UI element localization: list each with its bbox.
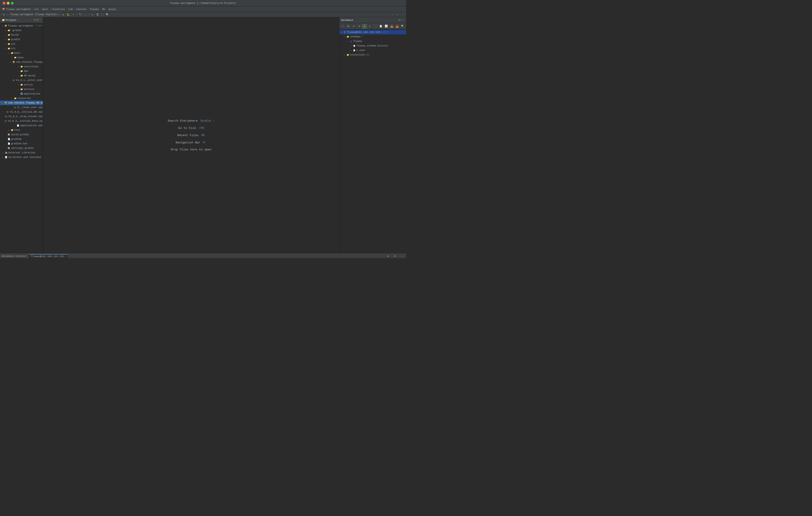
breadcrumb-label: db [102,8,105,11]
list-item[interactable]: 📁 gradle [0,37,43,42]
tree-root[interactable]: 📦 flyway-springboot ~/IdeaProjects/G-Pro… [0,24,43,28]
breadcrumb-mysql[interactable]: mysql [109,8,116,11]
list-item[interactable]: 🗃 R__clean_user.sql [0,105,43,110]
refresh-button[interactable]: ↺ [351,24,356,29]
terminal-button[interactable]: ⬛ [100,13,105,17]
sync-button[interactable]: ↺ [90,13,94,17]
db-tool[interactable]: 🗄 [95,13,99,17]
expand-icon[interactable]: ↗ [401,18,402,22]
close-button[interactable] [3,2,5,4]
vcs-button[interactable]: ⇧ [395,13,399,17]
folder-icon: 📚 [4,151,8,154]
stop-button[interactable]: ⬛ [83,13,87,17]
minimize-button[interactable] [7,2,9,4]
list-item[interactable]: 🗃 V1_0_1__alter_user [0,78,43,83]
console-settings[interactable]: ⚙ [386,254,390,258]
debug-button[interactable]: 🐛 [66,13,70,17]
filter-button[interactable]: 🔍 [400,24,405,29]
breadcrumb-item[interactable]: 📦 flyway-springboot [2,8,31,11]
maximize-button[interactable] [11,2,13,4]
close-icon[interactable]: ✕ [64,255,66,258]
db-collations-node[interactable]: 📁 collations 222 [339,53,406,57]
settings-icon[interactable]: ⚙ [398,18,400,22]
breadcrumb-flyway[interactable]: flyway [90,8,99,11]
console-connection-tab[interactable]: flyway@192.168.119.123 ✕ [29,254,68,258]
tree-selected-package[interactable]: 📦 com.chenlei.flyway.db.mysql [0,100,43,105]
db-table-schema-history[interactable]: 📋 flyway_schema_history [339,43,406,48]
tree-service[interactable]: 📁 service [0,87,43,92]
collapse-icon[interactable]: – [403,18,404,22]
list-item[interactable]: 📁 dao [0,69,43,73]
stop-button[interactable]: ⬛ [373,24,378,29]
build-button[interactable]: 🔨 [78,13,83,17]
import-button[interactable]: 📥 [395,24,400,29]
list-item[interactable]: 📄 application.yml [0,123,43,128]
sql-icon: 🗃 [4,115,8,118]
db-schemas-node[interactable]: 📁 schemas 1 [339,34,406,39]
list-item[interactable]: 📁 .gradle [0,28,43,33]
breadcrumb-resources[interactable]: resources [52,8,65,11]
collapse-icon[interactable]: – [39,18,41,22]
main-toolbar: ⚙ flyway-springboot [flyway Migrate] ▾ ▶… [0,12,406,17]
package-icon: 📁 [20,69,23,73]
breadcrumb-db[interactable]: db [102,8,105,11]
add-datasource-button[interactable]: + [340,24,345,29]
database-tree[interactable]: 🗄 flyway@192.168.119.123 1 of 6 📁 schema… [339,29,406,253]
list-item[interactable]: 📚 External Libraries [0,150,43,155]
project-tree[interactable]: 📦 flyway-springboot ~/IdeaProjects/G-Pro… [0,23,43,253]
list-item[interactable]: 🗃 V1_0_2__drop_column.sql [0,114,43,119]
db-connection-node[interactable]: 🗄 flyway@192.168.119.123 1 of 6 [339,30,406,34]
tree-application[interactable]: 🅰 Application [0,92,43,96]
breadcrumb-chenlei[interactable]: chenlei [76,8,87,11]
tree-scratches[interactable]: 📝 Scratches and Consoles [0,155,43,159]
list-item[interactable]: 📄 gradlew [0,137,43,141]
list-item[interactable]: 📁 test [0,128,43,132]
list-item[interactable]: 📁 controller [0,64,43,69]
breadcrumb-com[interactable]: com [68,8,73,11]
coverage-button[interactable]: ⚡ [71,13,76,17]
list-item[interactable]: 📁 java [0,55,43,60]
list-item[interactable]: 📁 entity [0,83,43,87]
list-item[interactable]: 📦 com.chenlei.flyway [0,60,43,64]
vcs-options[interactable]: ⋮ [400,13,404,17]
recent-files-key: ⌘E [201,133,205,137]
breadcrumb-src[interactable]: src [34,8,39,11]
git-update[interactable]: ↓ [390,13,394,17]
diagram-button[interactable]: 📊 [384,24,389,29]
list-item[interactable]: 📁 src [0,46,43,51]
list-item[interactable]: 🗃 V1_0_3__initial_data.sql [0,119,43,123]
console-button[interactable]: ▶ [362,24,367,29]
arrow-icon [1,151,4,154]
console-config[interactable]: ⚙ [393,254,397,258]
breadcrumb-main[interactable]: main [42,8,48,11]
chevron-down-icon: ▾ [58,13,59,16]
folder-icon: 📁 [10,128,13,131]
list-item[interactable]: 📁 db.mysql [0,73,43,78]
run-button[interactable]: ▷ [368,24,373,29]
list-item[interactable]: 🗃 V1_0_0__initial_db.sql [0,110,43,114]
toolbar-settings[interactable]: ⚙ [2,13,6,17]
arrow-icon [1,101,4,104]
settings-icon[interactable]: ⚙ [37,18,38,22]
properties-button[interactable]: ⚙ [357,24,361,29]
list-item[interactable]: 📁 resources [0,96,43,100]
list-item[interactable]: 📁 build [0,33,43,37]
schema-button[interactable]: 📋 [378,24,383,29]
arrow-icon [349,49,352,52]
list-item[interactable]: 🐘 build.gradle [0,132,43,137]
run-button[interactable]: ▶ [61,13,65,17]
db-table-user[interactable]: 📋 t_user [339,48,406,53]
list-item[interactable]: 📁 out [0,42,43,46]
list-item[interactable]: 📁 main [0,51,43,55]
export-button[interactable]: 📤 [389,24,394,29]
table-icon: 📋 [352,49,356,52]
list-item[interactable]: 📄 gradlew.bat [0,141,43,146]
db-flyway-schema[interactable]: 🗂 flyway [339,39,406,43]
console-collapse[interactable]: – [399,254,404,258]
run-config[interactable]: flyway-springboot [flyway Migrate] ▾ [9,13,60,17]
folder-icon: 📁 [7,42,10,45]
list-item[interactable]: 🐘 settings.gradle [0,146,43,150]
duplicate-button[interactable]: ⧉ [346,24,351,29]
search-button[interactable]: 🔍 [105,13,110,17]
sync-icon[interactable]: ⟲ [34,18,36,22]
